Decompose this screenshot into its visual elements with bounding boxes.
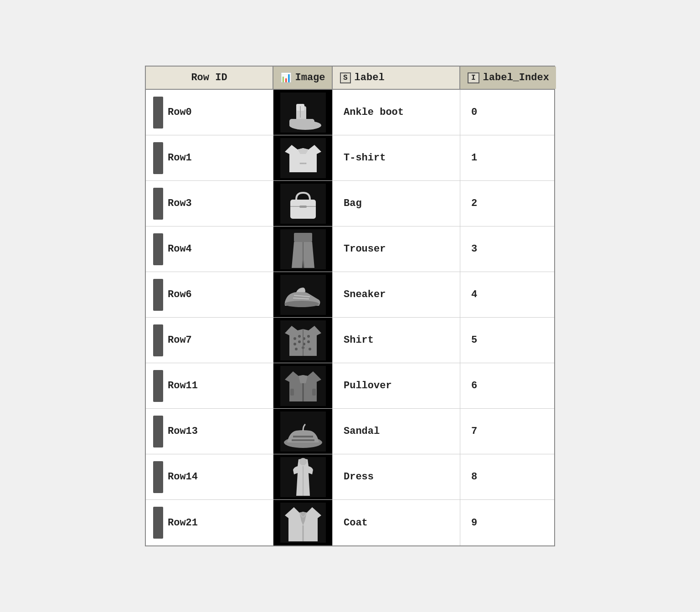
- sandal-image: [280, 411, 326, 452]
- table-row: Row4 Trouser 3: [146, 226, 554, 272]
- index-cell: 3: [460, 226, 556, 272]
- row-id-text: Row21: [168, 517, 198, 529]
- row-id-cell: Row14: [146, 454, 273, 499]
- row-indicator: [153, 97, 163, 129]
- svg-point-23: [293, 337, 296, 340]
- row-id-text: Row11: [168, 380, 198, 391]
- label-cell: Dress: [333, 454, 460, 499]
- label-cell: T-shirt: [333, 135, 460, 180]
- label-cell: Bag: [333, 181, 460, 226]
- data-table: Row ID 📊 Image S label I label_Index Row…: [145, 66, 555, 546]
- row-indicator: [153, 370, 163, 402]
- svg-rect-15: [294, 233, 312, 242]
- row-id-text: Row13: [168, 426, 198, 437]
- index-text: 4: [471, 289, 477, 300]
- label-cell: Pullover: [333, 363, 460, 408]
- label-text: Bag: [344, 198, 362, 209]
- bag-image: [280, 184, 326, 224]
- table-row: Row0 Ankle boot 0: [146, 90, 554, 135]
- index-cell: 8: [460, 454, 556, 499]
- svg-rect-3: [289, 119, 314, 127]
- coat-image: [280, 503, 326, 543]
- label-col-label: label: [355, 72, 385, 83]
- label-text: Ankle boot: [344, 107, 404, 118]
- index-cell: 7: [460, 409, 556, 454]
- label-index-col-label: label_Index: [483, 72, 549, 83]
- svg-point-18: [284, 301, 319, 307]
- svg-rect-39: [290, 389, 294, 396]
- table-header: Row ID 📊 Image S label I label_Index: [146, 67, 554, 90]
- trouser-image: [280, 229, 326, 269]
- image-cell: ═══: [273, 135, 333, 180]
- tshirt-image: ═══: [280, 138, 326, 178]
- svg-point-31: [295, 348, 298, 350]
- row-id-text: Row6: [168, 289, 192, 300]
- index-text: 1: [471, 152, 477, 164]
- row-id-label: Row ID: [191, 72, 227, 83]
- svg-point-28: [298, 340, 301, 343]
- svg-rect-11: [290, 200, 316, 219]
- image-cell: [273, 272, 333, 317]
- label-text: Coat: [344, 517, 368, 529]
- label-cell: Coat: [333, 500, 460, 545]
- table-row: Row6 Sneaker 4: [146, 272, 554, 318]
- image-cell: [273, 318, 333, 363]
- dress-image: [280, 457, 326, 497]
- header-row-id[interactable]: Row ID: [146, 67, 273, 89]
- row-id-cell: Row11: [146, 363, 273, 408]
- row-id-cell: Row13: [146, 409, 273, 454]
- pullover-image: [280, 366, 326, 406]
- row-id-text: Row7: [168, 334, 192, 346]
- label-text: Pullover: [344, 380, 392, 391]
- header-image[interactable]: 📊 Image: [273, 67, 333, 89]
- image-cell: [273, 181, 333, 226]
- shirt-image: [280, 320, 326, 360]
- header-label-index[interactable]: I label_Index: [460, 67, 556, 89]
- index-cell: 0: [460, 90, 556, 135]
- table-row: Row3 Bag 2: [146, 181, 554, 226]
- svg-point-47: [299, 458, 307, 465]
- index-cell: 9: [460, 500, 556, 545]
- svg-point-26: [307, 335, 310, 338]
- index-text: 2: [471, 198, 477, 209]
- row-indicator: [153, 507, 163, 539]
- svg-text:═══: ═══: [299, 161, 306, 165]
- row-id-cell: Row4: [146, 226, 273, 272]
- label-text: Sandal: [344, 426, 380, 437]
- label-i-icon: I: [468, 72, 479, 83]
- label-cell: Ankle boot: [333, 90, 460, 135]
- index-text: 5: [471, 334, 477, 346]
- row-id-text: Row14: [168, 471, 198, 483]
- row-indicator: [153, 416, 163, 447]
- label-text: Sneaker: [344, 289, 386, 300]
- table-row: Row21 Coat 9: [146, 500, 554, 545]
- label-cell: Shirt: [333, 318, 460, 363]
- table-row: Row13 Sandal 7: [146, 409, 554, 454]
- row-indicator: [153, 142, 163, 174]
- index-cell: 6: [460, 363, 556, 408]
- image-label: Image: [295, 72, 325, 83]
- image-cell: [273, 90, 333, 135]
- svg-rect-40: [312, 389, 316, 396]
- label-text: Dress: [344, 471, 374, 483]
- row-id-text: Row4: [168, 243, 192, 255]
- table-row: Row11 Pullover 6: [146, 363, 554, 409]
- index-text: 3: [471, 243, 477, 255]
- image-icon: 📊: [280, 72, 292, 83]
- sneaker-image: [280, 275, 326, 315]
- index-text: 7: [471, 426, 477, 437]
- table-row: Row1 ═══ T-shirt 1: [146, 135, 554, 181]
- row-indicator: [153, 188, 163, 220]
- index-cell: 5: [460, 318, 556, 363]
- row-id-cell: Row0: [146, 90, 273, 135]
- label-cell: Sneaker: [333, 272, 460, 317]
- row-id-text: Row0: [168, 107, 192, 118]
- header-label[interactable]: S label: [333, 67, 460, 89]
- row-indicator: [153, 279, 163, 311]
- row-id-cell: Row6: [146, 272, 273, 317]
- svg-point-33: [309, 348, 311, 350]
- row-indicator: [153, 324, 163, 356]
- image-cell: [273, 454, 333, 499]
- index-cell: 2: [460, 181, 556, 226]
- label-text: T-shirt: [344, 152, 386, 164]
